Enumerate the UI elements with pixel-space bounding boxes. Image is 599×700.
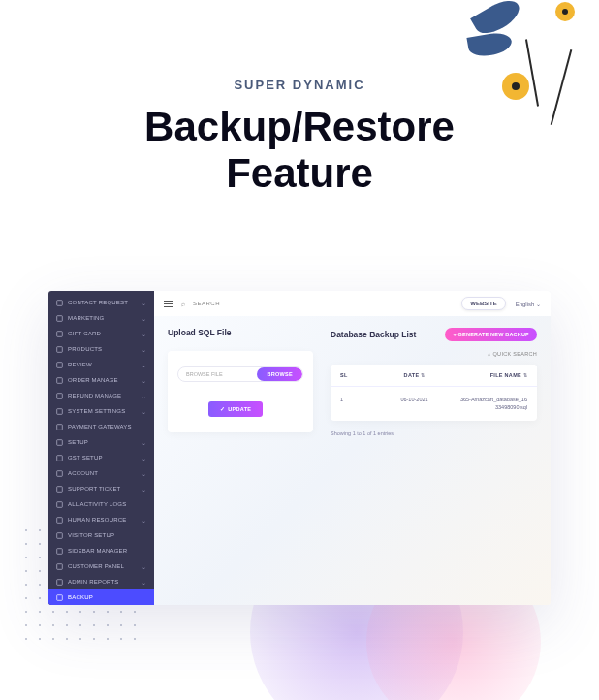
wrench-icon [56,439,63,446]
col-date[interactable]: DATE [369,372,459,378]
sidebar-item-customer-panel[interactable]: CUSTOMER PANEL⌄ [48,558,154,574]
panel-icon [56,563,63,570]
backup-list-title: Database Backup List [331,330,416,339]
entries-info: Showing 1 to 1 of 1 entries [331,430,537,436]
layout-icon [56,548,63,555]
sidebar-item-label: SYSTEM SETTINGS [68,408,142,414]
table-header: SL DATE FILE NAME [331,365,537,387]
chevron-down-icon: ⌄ [142,300,146,306]
db-icon [56,594,63,601]
chevron-down-icon: ⌄ [142,486,146,493]
people-icon [56,517,63,524]
svg-rect-14 [57,517,63,523]
sidebar-item-label: PAYMENT GATEWAYS [68,424,146,430]
sidebar-item-label: SETUP [68,439,142,445]
generate-backup-button[interactable]: + GENERATE NEW BACKUP [445,328,537,341]
file-input[interactable]: BROWSE FILE BROWSE [177,366,303,382]
col-filename[interactable]: FILE NAME [459,372,527,378]
sidebar-item-contact-request[interactable]: CONTACT REQUEST⌄ [48,295,154,310]
svg-rect-12 [57,486,63,492]
col-sl[interactable]: SL [340,372,369,378]
svg-rect-0 [57,300,63,305]
sidebar-item-setup[interactable]: SETUP⌄ [48,434,154,450]
sidebar-item-gst-setup[interactable]: GST SETUP⌄ [48,450,154,465]
chevron-down-icon: ⌄ [142,439,146,446]
sidebar-item-all-activity-logs[interactable]: ALL ACTIVITY LOGS [48,496,154,512]
svg-rect-2 [57,331,63,336]
chevron-down-icon: ⌄ [142,331,146,337]
sidebar-item-human-resource[interactable]: HUMAN RESOURCE⌄ [48,512,154,527]
sidebar-item-admin-reports[interactable]: ADMIN REPORTS⌄ [48,574,154,589]
website-button[interactable]: WEBSITE [461,297,505,310]
ticket-icon [56,486,63,493]
eyebrow-text: SUPER DYNAMIC [0,78,599,92]
quick-search[interactable]: ⌕ QUICK SEARCH [331,351,537,357]
upload-card: BROWSE FILE BROWSE ✓UPDATE [168,351,313,432]
search-label[interactable]: SEARCH [193,301,220,306]
language-selector[interactable]: English ⌄ [516,301,541,307]
sidebar-item-order-manage[interactable]: ORDER MANAGE⌄ [48,372,154,388]
browse-button[interactable]: BROWSE [257,367,302,381]
sidebar-item-label: GST SETUP [68,455,142,461]
svg-rect-11 [57,470,63,476]
sidebar-item-label: REFUND MANAGE [68,393,142,398]
clock-icon [56,501,63,508]
svg-rect-1 [57,315,63,321]
chevron-down-icon: ⌄ [142,393,146,399]
svg-rect-3 [57,346,63,352]
chevron-down-icon: ⌄ [142,377,146,384]
refund-icon [56,393,63,399]
search-icon: ⌕ [488,351,490,357]
svg-rect-15 [57,532,63,538]
update-button[interactable]: ✓UPDATE [208,401,263,417]
backup-table: SL DATE FILE NAME 1 06-10-2021 365-Amazc… [331,365,537,421]
sidebar-item-refund-manage[interactable]: REFUND MANAGE⌄ [48,388,154,403]
chevron-down-icon: ⌄ [142,362,146,368]
card-icon [56,424,63,430]
chevron-down-icon: ⌄ [536,302,541,307]
svg-rect-7 [57,408,63,414]
svg-rect-19 [57,594,63,600]
chevron-down-icon: ⌄ [142,455,146,461]
sidebar-item-sidebar-manager[interactable]: SIDEBAR MANAGER [48,543,154,558]
upload-section-title: Upload SQL File [168,328,313,337]
sidebar-item-payment-gateways[interactable]: PAYMENT GATEWAYS [48,419,154,434]
eye-icon [56,532,63,539]
topbar: ⌕ SEARCH WEBSITE English ⌄ [154,291,551,316]
sidebar-item-label: ACCOUNT [68,470,142,476]
search-icon[interactable]: ⌕ [181,301,185,307]
headline: Backup/Restore Feature [0,104,599,198]
sidebar-item-label: MARKETING [68,315,142,321]
sidebar-item-label: SUPPORT TICKET [68,486,142,492]
sidebar-item-account[interactable]: ACCOUNT⌄ [48,465,154,481]
svg-rect-5 [57,377,63,383]
sidebar-item-gift-card[interactable]: GIFT CARD⌄ [48,326,154,341]
svg-rect-4 [57,362,63,367]
sidebar-item-backup[interactable]: BACKUP [48,589,154,605]
sidebar-item-visitor-setup[interactable]: VISITOR SETUP [48,527,154,543]
sidebar-item-label: CONTACT REQUEST [68,300,142,305]
chevron-down-icon: ⌄ [142,470,146,477]
sidebar-item-label: CUSTOMER PANEL [68,563,142,569]
sidebar: CONTACT REQUEST⌄MARKETING⌄GIFT CARD⌄PROD… [48,291,154,605]
sidebar-item-review[interactable]: REVIEW⌄ [48,357,154,372]
sidebar-item-support-ticket[interactable]: SUPPORT TICKET⌄ [48,481,154,496]
table-row[interactable]: 1 06-10-2021 365-Amazcart_database_16334… [331,387,537,421]
sidebar-item-label: PRODUCTS [68,346,142,352]
user-icon [56,300,63,306]
cart-icon [56,377,63,384]
sidebar-item-products[interactable]: PRODUCTS⌄ [48,341,154,357]
sidebar-item-marketing[interactable]: MARKETING⌄ [48,310,154,326]
browse-placeholder: BROWSE FILE [178,371,257,377]
sidebar-item-label: GIFT CARD [68,331,142,336]
report-icon [56,579,63,586]
svg-rect-6 [57,393,63,398]
svg-rect-18 [57,579,63,585]
sidebar-item-label: ORDER MANAGE [68,377,142,383]
svg-rect-9 [57,439,63,445]
chevron-down-icon: ⌄ [142,517,146,524]
svg-rect-16 [57,548,63,554]
sidebar-item-system-settings[interactable]: SYSTEM SETTINGS⌄ [48,403,154,419]
hamburger-icon[interactable] [164,301,173,307]
svg-rect-8 [57,424,63,430]
